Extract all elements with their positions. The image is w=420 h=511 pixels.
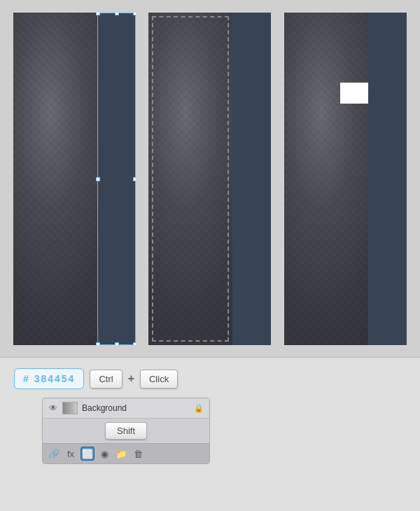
selection-handles — [98, 13, 135, 344]
canvas-area: 1 380 40 2 3 — [0, 0, 420, 357]
layer-name: Background — [82, 403, 190, 413]
color-bar-3 — [368, 13, 407, 345]
ctrl-key[interactable]: Ctrl — [90, 370, 122, 388]
bottom-area: # 384454 Ctrl + Click 👁 Background 🔒 Shi… — [0, 357, 420, 511]
panel-1: 1 380 40 — [13, 13, 136, 345]
color-bar-1 — [97, 13, 136, 345]
eye-icon[interactable]: 👁 — [48, 403, 58, 413]
color-value: 384454 — [34, 373, 76, 384]
folder-icon[interactable]: 📁 — [114, 447, 128, 461]
lock-icon: 🔒 — [194, 404, 204, 413]
panel-3: 3 — [284, 13, 407, 345]
link-icon[interactable]: 🔗 — [47, 447, 61, 461]
handle-tm — [115, 13, 119, 15]
color-chip: # 384454 — [14, 368, 84, 389]
shift-key[interactable]: Shift — [105, 422, 147, 440]
click-key[interactable]: Click — [140, 370, 178, 388]
handle-br — [133, 342, 136, 345]
layers-panel: 👁 Background 🔒 Shift 🔗 fx ⬜ ◉ 📁 🗑 — [42, 398, 210, 464]
layer-thumbnail — [62, 402, 78, 414]
notch — [340, 83, 368, 104]
color-bar-2 — [232, 13, 271, 345]
handle-tr — [133, 13, 136, 15]
layer-row[interactable]: 👁 Background 🔒 — [43, 398, 209, 419]
shift-row: Shift — [43, 419, 209, 443]
panel-2: 2 — [148, 13, 271, 345]
instructions-row: # 384454 Ctrl + Click — [14, 368, 178, 389]
delete-icon[interactable]: 🗑 — [131, 447, 145, 461]
handle-bm — [115, 342, 119, 345]
handle-mr — [133, 177, 136, 181]
layers-toolbar: 🔗 fx ⬜ ◉ 📁 🗑 — [43, 443, 209, 463]
adjustment-icon[interactable]: ◉ — [97, 447, 111, 461]
hash-symbol: # — [23, 373, 30, 384]
fx-icon[interactable]: fx — [64, 447, 78, 461]
mask-icon[interactable]: ⬜ — [80, 447, 94, 461]
plus-sign: + — [128, 372, 134, 385]
